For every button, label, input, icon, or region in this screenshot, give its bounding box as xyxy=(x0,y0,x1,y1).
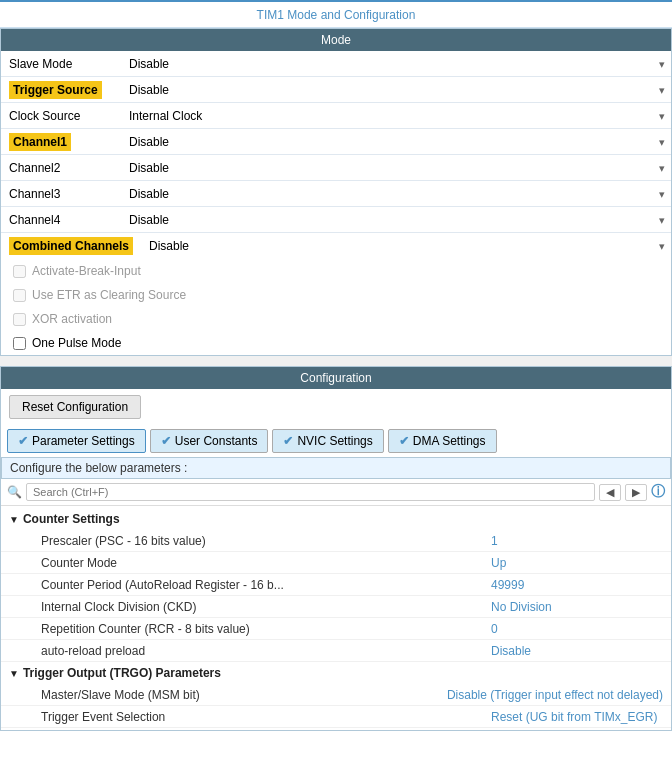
mode-select-4[interactable]: Disable xyxy=(121,158,671,178)
tab-nvic-settings[interactable]: ✔NVIC Settings xyxy=(272,429,383,453)
checkbox-3[interactable] xyxy=(13,337,26,350)
reset-btn-area: Reset Configuration xyxy=(1,389,671,425)
info-bar-text: Configure the below parameters : xyxy=(10,461,187,475)
mode-row: Channel4Disable xyxy=(1,207,671,233)
checkbox-label: Use ETR as Clearing Source xyxy=(32,288,186,302)
mode-select-6[interactable]: Disable xyxy=(121,210,671,230)
section-gap xyxy=(0,356,672,366)
param-value-label: 49999 xyxy=(491,578,671,592)
param-value-label: Up xyxy=(491,556,671,570)
param-value-label: Disable (Trigger input effect not delaye… xyxy=(447,688,671,702)
window-title: TIM1 Mode and Configuration xyxy=(0,0,672,28)
param-row: auto-reload preloadDisable xyxy=(1,640,671,662)
tab-label: Parameter Settings xyxy=(32,434,135,448)
checkbox-2 xyxy=(13,313,26,326)
mode-row: Channel3Disable xyxy=(1,181,671,207)
param-name-label: auto-reload preload xyxy=(41,644,491,658)
mode-rows: Slave ModeDisableTrigger SourceDisableCl… xyxy=(1,51,671,259)
info-icon-button[interactable]: ⓘ xyxy=(651,483,665,501)
reset-config-button[interactable]: Reset Configuration xyxy=(9,395,141,419)
group-header-1[interactable]: ▼Trigger Output (TRGO) Parameters xyxy=(1,662,671,684)
mode-select-0[interactable]: Disable xyxy=(121,54,671,74)
row-label: Channel2 xyxy=(1,158,121,178)
config-header-label: Configuration xyxy=(300,371,371,385)
checkbox-label: One Pulse Mode xyxy=(32,336,121,350)
param-name-label: Repetition Counter (RCR - 8 bits value) xyxy=(41,622,491,636)
highlighted-label: Combined Channels xyxy=(9,237,133,255)
row-label: Channel4 xyxy=(1,210,121,230)
param-row: Counter ModeUp xyxy=(1,552,671,574)
param-row: Counter Period (AutoReload Register - 16… xyxy=(1,574,671,596)
param-value-label: 1 xyxy=(491,534,671,548)
param-name-label: Prescaler (PSC - 16 bits value) xyxy=(41,534,491,548)
chevron-icon: ▼ xyxy=(9,668,19,679)
checkbox-rows: Activate-Break-InputUse ETR as Clearing … xyxy=(1,259,671,355)
tabs-bar: ✔Parameter Settings✔User Constants✔NVIC … xyxy=(1,425,671,457)
config-info-bar: Configure the below parameters : xyxy=(1,457,671,479)
row-label: Slave Mode xyxy=(1,54,121,74)
tab-check-icon: ✔ xyxy=(399,434,409,448)
param-name-label: Trigger Event Selection xyxy=(41,710,491,724)
search-input[interactable] xyxy=(26,483,595,501)
row-label: Clock Source xyxy=(1,106,121,126)
nav-prev-button[interactable]: ◀ xyxy=(599,484,621,501)
tab-dma-settings[interactable]: ✔DMA Settings xyxy=(388,429,497,453)
mode-select-7[interactable]: Disable xyxy=(141,236,671,256)
checkbox-row: XOR activation xyxy=(1,307,671,331)
tab-label: DMA Settings xyxy=(413,434,486,448)
mode-select-1[interactable]: Disable xyxy=(121,80,671,100)
chevron-icon: ▼ xyxy=(9,514,19,525)
param-name-label: Counter Period (AutoReload Register - 16… xyxy=(41,578,491,592)
tab-parameter-settings[interactable]: ✔Parameter Settings xyxy=(7,429,146,453)
checkbox-label: XOR activation xyxy=(32,312,112,326)
tab-check-icon: ✔ xyxy=(18,434,28,448)
param-row: Prescaler (PSC - 16 bits value)1 xyxy=(1,530,671,552)
group-name-label: Counter Settings xyxy=(23,512,120,526)
tab-label: NVIC Settings xyxy=(297,434,372,448)
checkbox-0 xyxy=(13,265,26,278)
mode-row: Channel2Disable xyxy=(1,155,671,181)
tab-check-icon: ✔ xyxy=(161,434,171,448)
mode-row: Clock SourceInternal Clock xyxy=(1,103,671,129)
mode-section: Mode Slave ModeDisableTrigger SourceDisa… xyxy=(0,28,672,356)
param-row: Trigger Event SelectionReset (UG bit fro… xyxy=(1,706,671,728)
tab-check-icon: ✔ xyxy=(283,434,293,448)
title-text: TIM1 Mode and Configuration xyxy=(257,8,416,22)
row-label: Channel3 xyxy=(1,184,121,204)
mode-select-3[interactable]: Disable xyxy=(121,132,671,152)
search-icon: 🔍 xyxy=(7,485,22,499)
mode-row: Combined ChannelsDisable xyxy=(1,233,671,259)
mode-header: Mode xyxy=(1,29,671,51)
mode-header-label: Mode xyxy=(321,33,351,47)
mode-row: Slave ModeDisable xyxy=(1,51,671,77)
tab-label: User Constants xyxy=(175,434,258,448)
group-header-0[interactable]: ▼Counter Settings xyxy=(1,508,671,530)
param-value-label: Disable xyxy=(491,644,671,658)
config-header: Configuration xyxy=(1,367,671,389)
nav-next-button[interactable]: ▶ xyxy=(625,484,647,501)
param-value-label: 0 xyxy=(491,622,671,636)
mode-select-5[interactable]: Disable xyxy=(121,184,671,204)
param-name-label: Internal Clock Division (CKD) xyxy=(41,600,491,614)
highlighted-label: Channel1 xyxy=(9,133,71,151)
param-name-label: Counter Mode xyxy=(41,556,491,570)
checkbox-1 xyxy=(13,289,26,302)
param-row: Master/Slave Mode (MSM bit)Disable (Trig… xyxy=(1,684,671,706)
param-value-label: Reset (UG bit from TIMx_EGR) xyxy=(491,710,671,724)
checkbox-label: Activate-Break-Input xyxy=(32,264,141,278)
group-name-label: Trigger Output (TRGO) Parameters xyxy=(23,666,221,680)
mode-row: Channel1Disable xyxy=(1,129,671,155)
param-value-label: No Division xyxy=(491,600,671,614)
param-row: Repetition Counter (RCR - 8 bits value)0 xyxy=(1,618,671,640)
mode-select-2[interactable]: Internal Clock xyxy=(121,106,671,126)
highlighted-label: Trigger Source xyxy=(9,81,102,99)
mode-row: Trigger SourceDisable xyxy=(1,77,671,103)
checkbox-row: Use ETR as Clearing Source xyxy=(1,283,671,307)
tab-user-constants[interactable]: ✔User Constants xyxy=(150,429,269,453)
params-area: ▼Counter SettingsPrescaler (PSC - 16 bit… xyxy=(1,506,671,730)
config-section: Configuration Reset Configuration ✔Param… xyxy=(0,366,672,731)
param-name-label: Master/Slave Mode (MSM bit) xyxy=(41,688,447,702)
checkbox-row: One Pulse Mode xyxy=(1,331,671,355)
search-bar: 🔍 ◀ ▶ ⓘ xyxy=(1,479,671,506)
checkbox-row: Activate-Break-Input xyxy=(1,259,671,283)
